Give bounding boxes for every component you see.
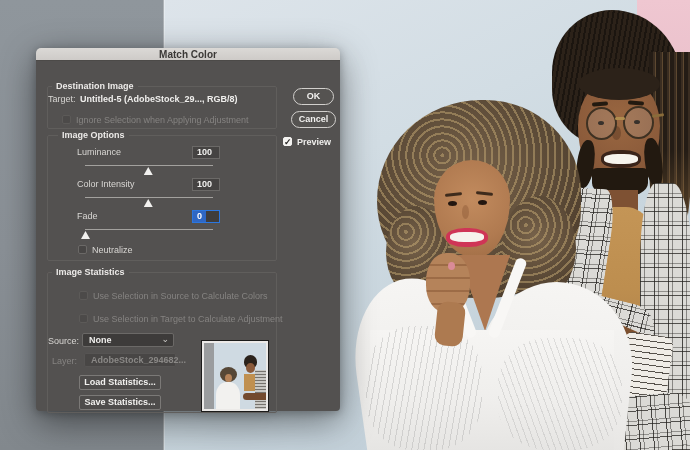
woman-wrist [434,301,466,348]
woman-smile [446,228,488,247]
thumbnail-woman-face [225,374,232,382]
color-intensity-slider-track[interactable] [85,197,213,198]
chevron-down-icon: ⌄ [163,353,171,365]
woman-blouse-pleats-left [366,326,482,450]
man-teeth [604,154,638,164]
luminance-slider-track[interactable] [85,165,213,166]
check-icon: ✓ [284,137,292,147]
source-label: Source: [48,336,79,347]
fade-slider-track[interactable] [85,229,213,230]
layer-dropdown-value: AdobeStock_294682... [91,355,186,365]
match-color-dialog: Match Color Destination Image Target: Un… [36,48,340,411]
fade-label: Fade [77,211,98,222]
thumbnail-gray-wall [204,343,214,409]
woman-blouse-pleats-right [498,338,622,450]
luminance-value-field[interactable]: 100 [192,146,220,159]
target-value: Untitled-5 (AdobeStock_29..., RGB/8) [80,94,238,105]
source-dropdown-value: None [89,335,112,345]
preview-checkbox[interactable]: ✓ [283,137,292,146]
target-label: Target: [48,94,76,105]
man-glasses-bridge [615,117,625,120]
neutralize-checkbox[interactable] [78,245,87,254]
man-glasses-left-lens [586,107,617,140]
man-hairline [578,68,660,100]
thumbnail-man-arms [243,393,268,400]
woman-teeth [450,232,484,242]
layer-dropdown: AdobeStock_294682... ⌄ [84,353,176,367]
man-smile [601,150,641,168]
dialog-title: Match Color [159,49,217,60]
use-selection-target-checkbox [79,314,88,323]
load-statistics-button[interactable]: Load Statistics... [79,375,161,390]
use-selection-target-label: Use Selection in Target to Calculate Adj… [93,314,282,325]
cancel-button[interactable]: Cancel [291,111,336,128]
image-options-legend: Image Options [58,130,129,140]
image-statistics-legend: Image Statistics [52,267,129,277]
ignore-selection-label: Ignore Selection when Applying Adjustmen… [76,115,249,126]
woman-nose [462,205,469,219]
thumbnail-woman-blouse [216,382,240,410]
thumbnail-man-jacket [255,370,268,411]
fade-value-selection: 0 [193,211,206,222]
save-statistics-button[interactable]: Save Statistics... [79,395,161,410]
layer-label: Layer: [52,356,77,367]
destination-image-legend: Destination Image [52,81,138,91]
source-dropdown[interactable]: None ⌄ [82,333,174,347]
thumbnail-man-face [246,363,255,373]
screenshot-root: Match Color Destination Image Target: Un… [0,0,690,450]
chevron-down-icon: ⌄ [161,333,169,345]
luminance-label: Luminance [77,147,121,158]
ignore-selection-checkbox [62,115,71,124]
fade-value-field[interactable]: 0 [192,210,220,223]
man-glasses-right-lens [623,106,654,139]
dialog-body: Destination Image Target: Untitled-5 (Ad… [36,61,340,411]
color-intensity-label: Color Intensity [77,179,135,190]
color-intensity-value-field[interactable]: 100 [192,178,220,191]
neutralize-label: Neutralize [92,245,133,256]
dialog-titlebar[interactable]: Match Color [36,48,340,61]
use-selection-source-checkbox [79,291,88,300]
use-selection-source-label: Use Selection in Source to Calculate Col… [93,291,268,302]
ok-button[interactable]: OK [293,88,334,105]
preview-label: Preview [297,137,331,148]
woman-eye-right [478,200,487,205]
woman-eye-left [448,201,457,206]
source-thumbnail [202,341,268,411]
woman-fingernail [448,262,455,270]
